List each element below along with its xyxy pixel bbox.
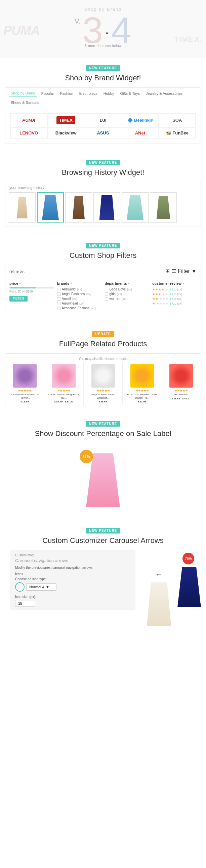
related-product-5[interactable]: ★★★★★ Big Blooms £39.62 - £44.57 (162, 362, 201, 405)
brand-tab-popular[interactable]: Popular (40, 91, 56, 96)
filter-topbar: refine by: ⊞ ☰ Filter ▼ (5, 265, 201, 277)
brand-dji[interactable]: DJI (85, 113, 121, 127)
filter-departments-col: departments ▾ Bebe Boys (xx) girls (xx) … (105, 281, 149, 311)
brand-tab-shopbybrand[interactable]: Shop by Brand (9, 90, 37, 96)
related-product-4[interactable]: ★★★★★ From Your Flowers - One Dozen Re..… (123, 362, 162, 405)
size-input[interactable] (15, 600, 35, 607)
size-input-row (15, 600, 130, 607)
related-products-widget: You may also like these products ★★★★★ A… (5, 353, 201, 405)
filter-columns: price ▾ Price: $0 — $109 FILTER brands ▾… (5, 277, 201, 315)
price-slider[interactable] (9, 287, 54, 288)
related-product-1[interactable]: ★★★★★ Alstroemeria Mixed Cut Flower... £… (5, 362, 44, 405)
related-product-2[interactable]: ★★★★★ Cabo Coltivati Tongue Lily Bu... £… (44, 362, 83, 405)
section2-header: NEW FEATURE Browsing History Widget! (0, 152, 206, 182)
related-top-label: You may also like these products (5, 354, 201, 362)
customizer-breadcrumb: Customizing (15, 553, 130, 557)
version-label: V. (74, 17, 81, 26)
carousel-preview: ← (145, 550, 172, 626)
brand-tab-shoes[interactable]: Shoes & Sandals (9, 100, 40, 105)
dept-filter-girls[interactable]: girls (xx) (105, 292, 149, 296)
section1-header: NEW FEATURE Shop by Brand Widget! (0, 58, 206, 87)
size-label: Icon size (px): (15, 595, 130, 599)
dept-filter-bebe[interactable]: Bebe Boys (xx) (105, 287, 149, 291)
review-2up[interactable]: ★★★★★ & Up (xx) (152, 297, 197, 301)
version-3: 3 (82, 12, 103, 49)
section4-badge: UPDATE (92, 331, 114, 337)
brand-timex[interactable]: TIMEX (47, 113, 84, 127)
brand-filter-arrowhead[interactable]: Arrowhead (xx) (57, 302, 102, 305)
brand-blackview[interactable]: Blackview (47, 127, 84, 138)
brand-soa[interactable]: SOA (159, 113, 196, 127)
brand-filter-ansell[interactable]: Ansell (xx) (57, 297, 102, 301)
filter-icon[interactable]: Filter ▼ (178, 268, 197, 274)
brand-filter-axoncase[interactable]: Axoncase Editions (xx) (57, 306, 102, 310)
brand-tab-gifts[interactable]: Gifts & Toys (118, 91, 141, 96)
filter-button[interactable]: FILTER (9, 296, 28, 302)
filter-price-col: price ▾ Price: $0 — $109 FILTER (9, 281, 54, 311)
section3-badge: NEW FEATURE (86, 243, 121, 248)
brand-filter-antiworld[interactable]: Antiworld (xx) (57, 287, 102, 291)
browsing-product-3[interactable] (65, 192, 92, 222)
customizer-panel-title: Carousel navigation arrows (15, 558, 130, 563)
icon-type-value: Normal & (29, 585, 45, 589)
section3-title: Custom Shop Filters (0, 251, 206, 260)
brand-tab-fashion[interactable]: Fashion (59, 91, 75, 96)
browsing-product-5[interactable] (122, 192, 148, 222)
hero-shop-by-brand: Shop by Brand (0, 7, 206, 12)
section2-title: Browsing History Widget! (0, 168, 206, 177)
review-3up[interactable]: ★★★★★ & Up (xx) (152, 292, 197, 296)
related-products-row: ★★★★★ Alstroemeria Mixed Cut Flower... £… (5, 362, 201, 405)
refine-by-label: refine by: (9, 269, 25, 273)
browsing-product-4[interactable] (94, 192, 120, 222)
section1-badge: NEW FEATURE (86, 65, 121, 71)
discount-product: 57% (83, 453, 123, 507)
customizer-description: Modify the previous/next carousel naviga… (15, 566, 130, 569)
brand-beelink[interactable]: 🔷 Beelink® (122, 113, 158, 127)
browsing-history-widget: your browsing history (5, 182, 201, 227)
review-1up[interactable]: ★★★★★ & Up (xx) (152, 302, 197, 305)
filter-review-col: customer review ▾ ★★★★★ & Up (xx) ★★★★★ … (152, 281, 197, 311)
dept-filter-women[interactable]: women (xx) (105, 297, 149, 301)
brand-puma[interactable]: PUMA (10, 113, 47, 127)
brand-tab-electronics[interactable]: Electronics (78, 91, 99, 96)
filter-brands-col: brands ▾ Antiworld (xx) Angel Fashions (… (57, 281, 102, 311)
brand-tab-hobby[interactable]: Hobby (102, 91, 115, 96)
choose-icon-type-label: Choose an icon type: (15, 577, 130, 581)
carousel-left-arrow[interactable]: ← (155, 570, 163, 579)
left-arrow-icon: ← (15, 582, 25, 592)
brand-asus[interactable]: ASUS (85, 127, 121, 138)
shop-filters-widget: refine by: ⊞ ☰ Filter ▼ price ▾ Price: $… (5, 265, 201, 315)
browsing-products-row (5, 192, 201, 226)
review-col-title: customer review ▾ (152, 281, 197, 285)
carousel-dress-container (145, 582, 172, 626)
icon-select-row: ← Normal & ▼ (15, 582, 130, 592)
brand-filter-angel[interactable]: Angel Fashions (xx) (57, 292, 102, 296)
brand-anet[interactable]: ANet (122, 127, 158, 138)
brands-col-title: brands ▾ (57, 281, 102, 285)
brand-funbee[interactable]: 🐝 FunBee (159, 127, 196, 138)
section6-header: NEW FEATURE Custom Customizer Carousel A… (0, 520, 206, 550)
version-dot: · (104, 23, 109, 42)
section1-title: Shop by Brand Widget! (0, 73, 206, 82)
grid-view-icon[interactable]: ⊞ (165, 268, 170, 274)
select-chevron-icon: ▼ (46, 585, 49, 589)
browsing-product-1[interactable] (9, 192, 36, 222)
brand-tab-jewelry[interactable]: Jewelry & Accessories (144, 91, 184, 96)
icon-type-select[interactable]: Normal & ▼ (26, 583, 57, 591)
brand-tabs: Shop by Brand Popular Fashion Electronic… (5, 88, 201, 108)
sale-badge-red: 75% (182, 553, 194, 564)
brand-lenovo[interactable]: LENOVO (10, 127, 47, 138)
list-view-icon[interactable]: ☰ (171, 268, 176, 274)
browsing-product-6[interactable] (150, 192, 177, 222)
hero-version: PUMA V. 3 · 4 TIMEX. (0, 13, 206, 47)
icons-label: Icons (15, 572, 130, 576)
review-4up[interactable]: ★★★★★ & Up (xx) (152, 287, 197, 291)
section4-header: UPDATE FullPage Related Products (0, 324, 206, 353)
related-product-3[interactable]: ★★★★★ Tropical Farm Direct Whatnot... £3… (84, 362, 123, 405)
section2-badge: NEW FEATURE (86, 160, 121, 165)
browsing-product-2[interactable] (37, 192, 64, 222)
customizer-panel: Customizing Carousel navigation arrows M… (10, 550, 135, 610)
carousel-second-item: 75% (177, 550, 201, 607)
puma-watermark: PUMA (3, 24, 40, 38)
section6-title: Custom Customizer Carousel Arrows (0, 536, 206, 545)
